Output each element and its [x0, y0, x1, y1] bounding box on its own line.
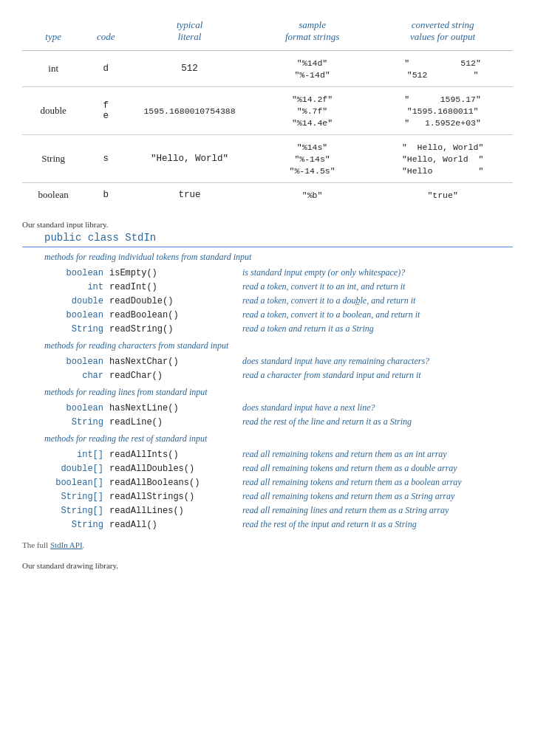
class-name: StdIn	[125, 232, 156, 244]
col-header-literal: typicalliteral	[127, 15, 252, 51]
sample-cell: "%14s""%-14s""%-14.5s"	[252, 135, 372, 183]
type-cell: int	[22, 51, 84, 87]
api-method-readAllBooleans: boolean[] readAllBooleans() read all rem…	[22, 475, 513, 489]
api-method-readAllInts: int[] readAllInts() read all remaining t…	[22, 447, 513, 461]
table-row: int d 512 "%14d""%-14d" " 512""512 "	[22, 51, 513, 87]
format-table: type code typicalliteral sampleformat st…	[22, 15, 513, 207]
code-cell: d	[84, 51, 127, 87]
table-row: boolean b true "%b" "true"	[22, 183, 513, 207]
keyword-class: class	[88, 232, 119, 244]
api-group-label-1: methods for reading individual tokens fr…	[44, 252, 513, 263]
drawing-section: Our standard drawing library.	[22, 561, 513, 570]
converted-cell: " Hello, World""Hello, World ""Hello "	[372, 135, 513, 183]
type-cell: double	[22, 87, 84, 135]
api-method-hasNextChar: boolean hasNextChar() does standard inpu…	[22, 354, 513, 368]
code-cell: b	[84, 183, 127, 207]
api-intro-text: Our standard input library.	[22, 220, 513, 229]
code-cell: s	[84, 135, 127, 183]
literal-cell: 512	[127, 51, 252, 87]
api-group-label-4: methods for reading the rest of standard…	[44, 433, 513, 444]
keyword-public: public	[44, 232, 81, 244]
api-method-readDouble: double readDouble() read a token, conver…	[22, 294, 513, 308]
code-cell: fe	[84, 87, 127, 135]
api-method-readChar: char readChar() read a character from st…	[22, 368, 513, 382]
api-full-link-text: The full StdIn API.	[22, 540, 513, 549]
col-header-code: code	[84, 15, 127, 51]
type-cell: boolean	[22, 183, 84, 207]
api-method-readInt: int readInt() read a token, convert it t…	[22, 280, 513, 294]
api-method-readLine: String readLine() read the rest of the l…	[22, 415, 513, 429]
converted-cell: " 512""512 "	[372, 51, 513, 87]
type-cell: String	[22, 135, 84, 183]
api-group-label-2: methods for reading characters from stan…	[44, 340, 513, 351]
api-method-readAllStrings: String[] readAllStrings() read all remai…	[22, 489, 513, 504]
api-method-hasNextLine: boolean hasNextLine() does standard inpu…	[22, 401, 513, 415]
col-header-type: type	[22, 15, 84, 51]
converted-cell: " 1595.17""1595.1680011"" 1.5952e+03"	[372, 87, 513, 135]
literal-cell: true	[127, 183, 252, 207]
api-group-label-3: methods for reading lines from standard …	[44, 387, 513, 398]
stdin-api-link[interactable]: StdIn API	[50, 540, 83, 549]
col-header-converted: converted stringvalues for output	[372, 15, 513, 51]
api-method-readBoolean: boolean readBoolean() read a token, conv…	[22, 308, 513, 322]
api-divider	[22, 247, 513, 247]
api-method-readString: String readString() read a token and ret…	[22, 322, 513, 336]
api-section: Our standard input library. public class…	[22, 220, 513, 549]
literal-cell: "Hello, World"	[127, 135, 252, 183]
table-row: String s "Hello, World" "%14s""%-14s""%-…	[22, 135, 513, 183]
table-row: double fe 1595.1680010754388 "%14.2f""%.…	[22, 87, 513, 135]
api-method-readAll: String readAll() read the rest of the in…	[22, 518, 513, 532]
converted-cell: "true"	[372, 183, 513, 207]
sample-cell: "%14.2f""%.7f""%14.4e"	[252, 87, 372, 135]
sample-cell: "%14d""%-14d"	[252, 51, 372, 87]
api-method-isEmpty: boolean isEmpty() is standard input empt…	[22, 266, 513, 280]
literal-cell: 1595.1680010754388	[127, 87, 252, 135]
api-class-declaration: public class StdIn	[22, 232, 513, 244]
col-header-sample: sampleformat strings	[252, 15, 372, 51]
drawing-intro-text: Our standard drawing library.	[22, 561, 513, 570]
api-method-readAllLines: String[] readAllLines() read all remaini…	[22, 504, 513, 518]
api-method-readAllDoubles: double[] readAllDoubles() read all remai…	[22, 461, 513, 475]
sample-cell: "%b"	[252, 183, 372, 207]
